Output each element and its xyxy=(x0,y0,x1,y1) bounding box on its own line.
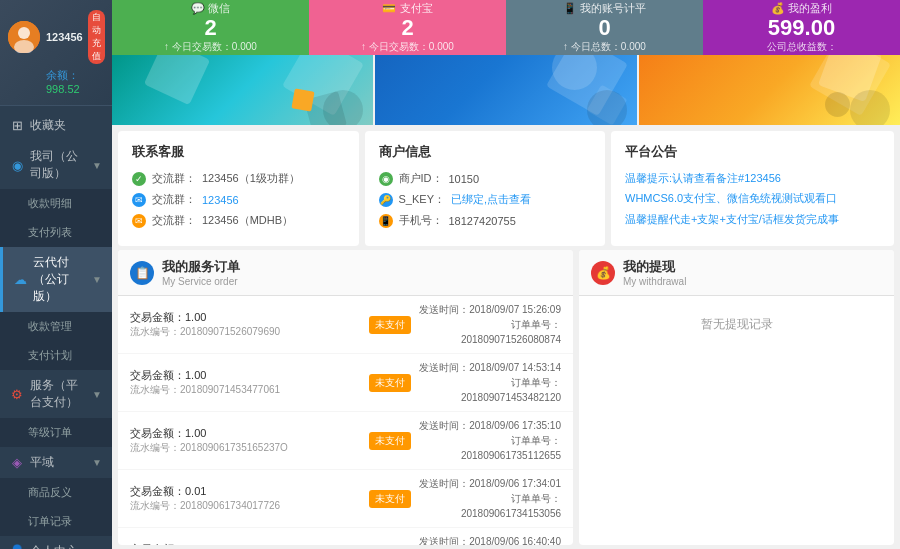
chevron-down-icon: ▼ xyxy=(92,389,102,400)
notice-title: 平台公告 xyxy=(625,143,880,161)
main-content: 💬 微信 2 ↑ 今日交易数：0.000 💳 支付宝 2 ↑ 今日交易数：0.0… xyxy=(112,0,900,549)
sidebar-item-service[interactable]: ⚙ 服务（平台支付） ▼ xyxy=(0,370,112,418)
contact-label-1: 交流群： xyxy=(152,192,196,207)
sidebar-item-label: 收藏夹 xyxy=(30,117,66,134)
orders-panel: 📋 我的服务订单 My Service order 交易金额：1.00 流水编号… xyxy=(118,250,573,545)
username: 123456 xyxy=(46,31,83,43)
order-no-label-2: 订单单号： xyxy=(419,433,561,448)
avatar xyxy=(8,21,40,53)
order-right-1: 发送时间：2018/09/07 14:53:14 订单单号： 201809071… xyxy=(419,360,561,405)
contact-item-0: ✓ 交流群： 123456（1级功群） xyxy=(132,171,345,186)
sidebar-item-paylist[interactable]: 支付列表 xyxy=(0,218,112,247)
sidebar-item-label: 个人中心 xyxy=(30,543,78,549)
order-no-0: 201809071526080874 xyxy=(419,332,561,347)
sidebar-item-cloud[interactable]: ☁ 云代付（公订版） ▼ xyxy=(0,247,112,312)
order-right-0: 发送时间：2018/09/07 15:26:09 订单单号： 201809071… xyxy=(419,302,561,347)
order-sn-0: 流水编号：201809071526079690 xyxy=(130,325,361,339)
order-sn-3: 流水编号：201809061734017726 xyxy=(130,499,361,513)
wechat-icon: 💬 微信 xyxy=(191,1,230,16)
order-no-3: 201809061734153056 xyxy=(419,506,561,521)
table-row: 交易金额：0.01 流水编号：201809061734017726 未支付 发送… xyxy=(118,470,573,528)
order-left-3: 交易金额：0.01 流水编号：201809061734017726 xyxy=(130,484,361,513)
sidebar-item-label: 支付计划 xyxy=(28,348,72,363)
service-icon: ⚙ xyxy=(10,387,24,401)
order-status-2: 未支付 xyxy=(369,432,411,450)
order-no-label-3: 订单单号： xyxy=(419,491,561,506)
order-amount-2: 交易金额：1.00 xyxy=(130,426,361,441)
orders-subtitle: My Service order xyxy=(162,276,240,287)
sidebar-item-merchant[interactable]: ◉ 我司（公司版） ▼ xyxy=(0,141,112,189)
order-status-1: 未支付 xyxy=(369,374,411,392)
stat-profit-sub: 公司总收益数： xyxy=(767,40,837,54)
svg-point-1 xyxy=(18,27,30,39)
user-info: 123456 自动充值 xyxy=(8,10,104,64)
order-right-2: 发送时间：2018/09/06 17:35:10 订单单号： 201809061… xyxy=(419,418,561,463)
order-time-4: 发送时间：2018/09/06 16:40:40 xyxy=(419,534,561,545)
sidebar-item-label: 收款明细 xyxy=(28,196,72,211)
contact-link-1[interactable]: 123456 xyxy=(202,194,239,206)
order-sn-1: 流水编号：201809071453477061 xyxy=(130,383,361,397)
home-icon: ⊞ xyxy=(10,119,24,133)
sidebar-item-label: 我司（公司版） xyxy=(30,148,86,182)
sidebar-item-goods[interactable]: 商品反义 xyxy=(0,478,112,507)
contact-title: 联系客服 xyxy=(132,143,345,161)
merchant-item-2: 📱 手机号： 18127420755 xyxy=(379,213,592,228)
merchant-title: 商户信息 xyxy=(379,143,592,161)
sidebar-item-label: 订单记录 xyxy=(28,514,72,529)
orders-list: 交易金额：1.00 流水编号：201809071526079690 未支付 发送… xyxy=(118,296,573,545)
merchant-skey-link[interactable]: 已绑定,点击查看 xyxy=(451,192,531,207)
stat-mobile-value: 0 xyxy=(598,17,610,39)
merchant-icon-2: 📱 xyxy=(379,214,393,228)
merchant-label-1: S_KEY： xyxy=(399,192,445,207)
sidebar-item-levelorder[interactable]: 等级订单 xyxy=(0,418,112,447)
order-amount-1: 交易金额：1.00 xyxy=(130,368,361,383)
contact-value-0: 123456（1级功群） xyxy=(202,171,300,186)
chevron-down-icon: ▼ xyxy=(92,274,102,285)
order-left-4: 交易金额：0.01 流水编号：201809061640408624 xyxy=(130,542,361,545)
sidebar-item-platform[interactable]: ◈ 平域 ▼ xyxy=(0,447,112,478)
withdraw-panel: 💰 我的提现 My withdrawal 暂无提现记录 xyxy=(579,250,894,545)
merchant-value-2: 18127420755 xyxy=(449,215,516,227)
table-row: 交易金额：1.00 流水编号：201809071453477061 未支付 发送… xyxy=(118,354,573,412)
banner-area xyxy=(112,55,900,125)
stat-wechat: 💬 微信 2 ↑ 今日交易数：0.000 xyxy=(112,0,309,55)
sidebar-item-personal[interactable]: 👤 个人中心 ▼ xyxy=(0,536,112,549)
service-submenu: 等级订单 xyxy=(0,418,112,447)
notice-link-2[interactable]: 温馨提醒代走+支架+支付宝/话框发货完成事 xyxy=(625,212,880,227)
notice-link-0[interactable]: 温馨提示:认请查看备注#123456 xyxy=(625,171,880,186)
contact-icon-0: ✓ xyxy=(132,172,146,186)
sidebar-item-receipt[interactable]: 收款明细 xyxy=(0,189,112,218)
banner-3 xyxy=(639,55,900,125)
contact-value-2: 123456（MDHB） xyxy=(202,213,293,228)
sidebar-item-orderrecord[interactable]: 订单记录 xyxy=(0,507,112,536)
cloud-submenu: 收款管理 支付计划 xyxy=(0,312,112,370)
order-no-2: 201809061735112655 xyxy=(419,448,561,463)
stat-wechat-value: 2 xyxy=(204,17,216,39)
order-time-1: 发送时间：2018/09/07 14:53:14 xyxy=(419,360,561,375)
stats-bar: 💬 微信 2 ↑ 今日交易数：0.000 💳 支付宝 2 ↑ 今日交易数：0.0… xyxy=(112,0,900,55)
merchant-submenu: 收款明细 支付列表 xyxy=(0,189,112,247)
sidebar-item-payplan[interactable]: 支付计划 xyxy=(0,341,112,370)
person-icon: 👤 xyxy=(10,545,24,550)
order-amount-3: 交易金额：0.01 xyxy=(130,484,361,499)
orders-title-block: 我的服务订单 My Service order xyxy=(162,258,240,287)
profit-icon: 💰 我的盈利 xyxy=(771,1,832,16)
merchant-label-2: 手机号： xyxy=(399,213,443,228)
contact-card: 联系客服 ✓ 交流群： 123456（1级功群） ✉ 交流群： 123456 ✉… xyxy=(118,131,359,246)
sidebar-item-collect[interactable]: 收款管理 xyxy=(0,312,112,341)
stat-alipay-sub: ↑ 今日交易数：0.000 xyxy=(361,40,454,54)
order-time-0: 发送时间：2018/09/07 15:26:09 xyxy=(419,302,561,317)
notice-link-1[interactable]: WHMCS6.0支付宝、微信免统视测试观看口 xyxy=(625,191,880,206)
contact-icon-2: ✉ xyxy=(132,214,146,228)
order-sn-2: 流水编号：201809061735165237O xyxy=(130,441,361,455)
sidebar-item-home[interactable]: ⊞ 收藏夹 xyxy=(0,110,112,141)
bottom-panels: 📋 我的服务订单 My Service order 交易金额：1.00 流水编号… xyxy=(112,250,900,549)
order-right-3: 发送时间：2018/09/06 17:34:01 订单单号： 201809061… xyxy=(419,476,561,521)
sidebar-header: 123456 自动充值 余额：998.52 xyxy=(0,0,112,106)
chevron-down-icon: ▼ xyxy=(92,160,102,171)
merchant-label-0: 商户ID： xyxy=(399,171,443,186)
sidebar-item-label: 服务（平台支付） xyxy=(30,377,86,411)
stat-alipay-value: 2 xyxy=(401,17,413,39)
order-left-1: 交易金额：1.00 流水编号：201809071453477061 xyxy=(130,368,361,397)
user-badge: 自动充值 xyxy=(88,10,105,64)
